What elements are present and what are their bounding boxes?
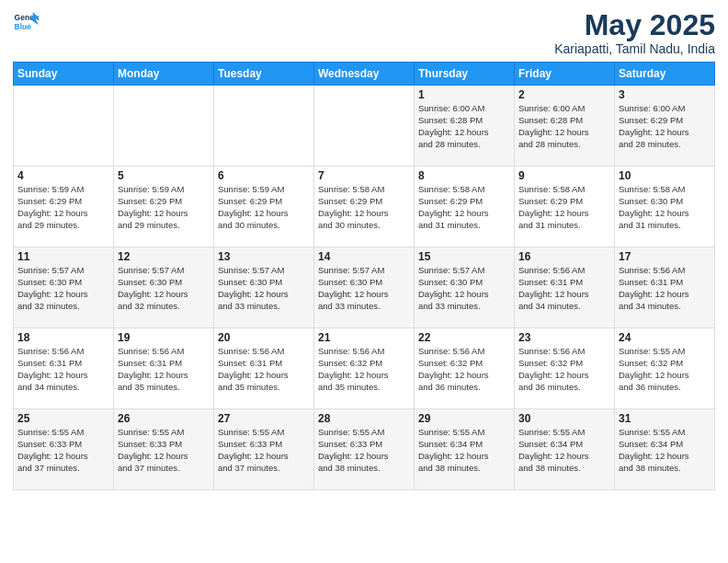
day-info: Sunrise: 5:57 AMSunset: 6:30 PMDaylight:… xyxy=(318,265,410,312)
calendar-cell: 8Sunrise: 5:58 AMSunset: 6:29 PMDaylight… xyxy=(415,167,515,247)
day-info: Sunrise: 5:55 AMSunset: 6:34 PMDaylight:… xyxy=(518,427,610,474)
calendar-cell: 23Sunrise: 5:56 AMSunset: 6:32 PMDayligh… xyxy=(515,328,615,409)
page-title: May 2025 xyxy=(554,9,715,41)
day-info: Sunrise: 5:55 AMSunset: 6:34 PMDaylight:… xyxy=(619,427,711,474)
day-info: Sunrise: 5:57 AMSunset: 6:30 PMDaylight:… xyxy=(418,265,510,312)
logo: General Blue xyxy=(13,9,42,35)
calendar-cell: 31Sunrise: 5:55 AMSunset: 6:34 PMDayligh… xyxy=(615,409,715,490)
day-number: 24 xyxy=(619,331,711,344)
day-number: 9 xyxy=(518,169,610,182)
day-info: Sunrise: 5:55 AMSunset: 6:33 PMDaylight:… xyxy=(218,427,310,474)
day-info: Sunrise: 5:56 AMSunset: 6:31 PMDaylight:… xyxy=(17,346,109,393)
calendar-cell: 3Sunrise: 6:00 AMSunset: 6:29 PMDaylight… xyxy=(615,86,715,167)
page-subtitle: Kariapatti, Tamil Nadu, India xyxy=(554,41,715,56)
day-header-sunday: Sunday xyxy=(14,63,114,86)
day-info: Sunrise: 5:57 AMSunset: 6:30 PMDaylight:… xyxy=(118,265,210,312)
day-number: 27 xyxy=(218,412,310,425)
calendar-header-row: SundayMondayTuesdayWednesdayThursdayFrid… xyxy=(14,63,715,86)
calendar-cell: 10Sunrise: 5:58 AMSunset: 6:30 PMDayligh… xyxy=(615,167,715,247)
day-number: 21 xyxy=(318,331,410,344)
day-number: 30 xyxy=(518,412,610,425)
day-info: Sunrise: 5:58 AMSunset: 6:29 PMDaylight:… xyxy=(418,184,510,231)
day-number: 20 xyxy=(218,331,310,344)
day-number: 22 xyxy=(418,331,510,344)
page-container: General Blue May 2025 Kariapatti, Tamil … xyxy=(0,0,728,500)
calendar-week-row: 1Sunrise: 6:00 AMSunset: 6:28 PMDaylight… xyxy=(14,86,715,167)
day-number: 17 xyxy=(619,250,711,263)
day-number: 25 xyxy=(17,412,109,425)
day-info: Sunrise: 5:57 AMSunset: 6:30 PMDaylight:… xyxy=(17,265,109,312)
day-number: 5 xyxy=(118,169,210,182)
day-number: 10 xyxy=(619,169,711,182)
calendar-cell: 22Sunrise: 5:56 AMSunset: 6:32 PMDayligh… xyxy=(415,328,515,409)
day-info: Sunrise: 6:00 AMSunset: 6:28 PMDaylight:… xyxy=(418,103,510,150)
calendar-cell: 19Sunrise: 5:56 AMSunset: 6:31 PMDayligh… xyxy=(114,328,214,409)
calendar-cell: 13Sunrise: 5:57 AMSunset: 6:30 PMDayligh… xyxy=(214,247,314,328)
svg-text:Blue: Blue xyxy=(15,22,32,31)
day-number: 7 xyxy=(318,169,410,182)
calendar-week-row: 4Sunrise: 5:59 AMSunset: 6:29 PMDaylight… xyxy=(14,167,715,247)
day-info: Sunrise: 5:56 AMSunset: 6:32 PMDaylight:… xyxy=(518,346,610,393)
day-header-friday: Friday xyxy=(515,63,615,86)
calendar-cell: 2Sunrise: 6:00 AMSunset: 6:28 PMDaylight… xyxy=(515,86,615,167)
day-number: 2 xyxy=(518,88,610,101)
day-info: Sunrise: 5:55 AMSunset: 6:33 PMDaylight:… xyxy=(17,427,109,474)
day-info: Sunrise: 6:00 AMSunset: 6:29 PMDaylight:… xyxy=(619,103,711,150)
day-info: Sunrise: 5:58 AMSunset: 6:29 PMDaylight:… xyxy=(318,184,410,231)
calendar-cell: 24Sunrise: 5:55 AMSunset: 6:32 PMDayligh… xyxy=(615,328,715,409)
title-block: May 2025 Kariapatti, Tamil Nadu, India xyxy=(554,9,715,56)
calendar-cell: 11Sunrise: 5:57 AMSunset: 6:30 PMDayligh… xyxy=(14,247,114,328)
day-number: 11 xyxy=(17,250,109,263)
day-info: Sunrise: 5:56 AMSunset: 6:32 PMDaylight:… xyxy=(418,346,510,393)
day-number: 18 xyxy=(17,331,109,344)
calendar-cell xyxy=(214,86,314,167)
logo-icon: General Blue xyxy=(13,9,39,35)
day-number: 13 xyxy=(218,250,310,263)
day-info: Sunrise: 5:55 AMSunset: 6:34 PMDaylight:… xyxy=(418,427,510,474)
calendar-cell: 14Sunrise: 5:57 AMSunset: 6:30 PMDayligh… xyxy=(314,247,415,328)
day-info: Sunrise: 5:58 AMSunset: 6:29 PMDaylight:… xyxy=(518,184,610,231)
day-number: 8 xyxy=(418,169,510,182)
calendar-cell: 5Sunrise: 5:59 AMSunset: 6:29 PMDaylight… xyxy=(114,167,214,247)
day-number: 14 xyxy=(318,250,410,263)
day-info: Sunrise: 5:58 AMSunset: 6:30 PMDaylight:… xyxy=(619,184,711,231)
day-number: 23 xyxy=(518,331,610,344)
day-header-saturday: Saturday xyxy=(615,63,715,86)
day-info: Sunrise: 5:59 AMSunset: 6:29 PMDaylight:… xyxy=(17,184,109,231)
day-number: 1 xyxy=(418,88,510,101)
header: General Blue May 2025 Kariapatti, Tamil … xyxy=(13,9,715,56)
day-header-tuesday: Tuesday xyxy=(214,63,314,86)
calendar-cell: 15Sunrise: 5:57 AMSunset: 6:30 PMDayligh… xyxy=(415,247,515,328)
calendar-cell: 29Sunrise: 5:55 AMSunset: 6:34 PMDayligh… xyxy=(415,409,515,490)
day-number: 31 xyxy=(619,412,711,425)
day-number: 19 xyxy=(118,331,210,344)
calendar-week-row: 11Sunrise: 5:57 AMSunset: 6:30 PMDayligh… xyxy=(14,247,715,328)
calendar-cell: 28Sunrise: 5:55 AMSunset: 6:33 PMDayligh… xyxy=(314,409,415,490)
day-number: 29 xyxy=(418,412,510,425)
day-number: 15 xyxy=(418,250,510,263)
calendar-week-row: 25Sunrise: 5:55 AMSunset: 6:33 PMDayligh… xyxy=(14,409,715,490)
calendar-cell xyxy=(314,86,415,167)
calendar-cell xyxy=(14,86,114,167)
calendar-cell: 18Sunrise: 5:56 AMSunset: 6:31 PMDayligh… xyxy=(14,328,114,409)
day-info: Sunrise: 5:59 AMSunset: 6:29 PMDaylight:… xyxy=(218,184,310,231)
day-info: Sunrise: 5:56 AMSunset: 6:31 PMDaylight:… xyxy=(118,346,210,393)
calendar-cell: 1Sunrise: 6:00 AMSunset: 6:28 PMDaylight… xyxy=(415,86,515,167)
day-info: Sunrise: 5:55 AMSunset: 6:33 PMDaylight:… xyxy=(118,427,210,474)
calendar-cell: 27Sunrise: 5:55 AMSunset: 6:33 PMDayligh… xyxy=(214,409,314,490)
calendar-cell: 21Sunrise: 5:56 AMSunset: 6:32 PMDayligh… xyxy=(314,328,415,409)
day-header-wednesday: Wednesday xyxy=(314,63,415,86)
day-number: 26 xyxy=(118,412,210,425)
day-info: Sunrise: 6:00 AMSunset: 6:28 PMDaylight:… xyxy=(518,103,610,150)
calendar-cell: 25Sunrise: 5:55 AMSunset: 6:33 PMDayligh… xyxy=(14,409,114,490)
day-info: Sunrise: 5:59 AMSunset: 6:29 PMDaylight:… xyxy=(118,184,210,231)
calendar-cell: 26Sunrise: 5:55 AMSunset: 6:33 PMDayligh… xyxy=(114,409,214,490)
calendar-cell: 6Sunrise: 5:59 AMSunset: 6:29 PMDaylight… xyxy=(214,167,314,247)
day-info: Sunrise: 5:56 AMSunset: 6:32 PMDaylight:… xyxy=(318,346,410,393)
calendar-cell: 17Sunrise: 5:56 AMSunset: 6:31 PMDayligh… xyxy=(615,247,715,328)
day-info: Sunrise: 5:56 AMSunset: 6:31 PMDaylight:… xyxy=(218,346,310,393)
day-number: 3 xyxy=(619,88,711,101)
calendar-week-row: 18Sunrise: 5:56 AMSunset: 6:31 PMDayligh… xyxy=(14,328,715,409)
day-info: Sunrise: 5:56 AMSunset: 6:31 PMDaylight:… xyxy=(619,265,711,312)
day-number: 6 xyxy=(218,169,310,182)
